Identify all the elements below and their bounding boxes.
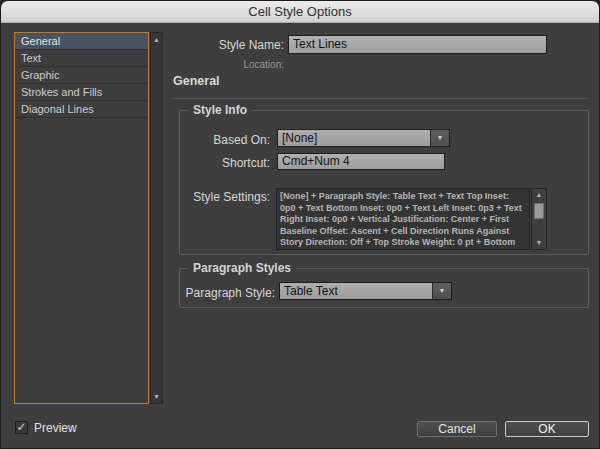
chevron-down-icon[interactable]: ▼ — [432, 283, 451, 299]
scroll-down-icon[interactable]: ▼ — [151, 390, 162, 403]
checkmark-icon: ✓ — [16, 420, 26, 434]
style-settings-scrollbar[interactable]: ▲ ▼ — [531, 188, 547, 250]
scroll-up-icon[interactable]: ▲ — [532, 189, 546, 201]
style-settings-label: Style Settings: — [180, 190, 270, 204]
style-name-input[interactable]: Text Lines — [288, 35, 547, 54]
sidebar-item-strokes-and-fills[interactable]: Strokes and Fills — [15, 84, 148, 101]
sidebar-item-label: Strokes and Fills — [21, 86, 102, 98]
based-on-label: Based On: — [180, 133, 270, 147]
style-info-legend: Style Info — [188, 103, 252, 117]
section-title: General — [173, 74, 220, 88]
paragraph-style-dropdown[interactable]: Table Text ▼ — [279, 282, 452, 300]
scrollbar-thumb[interactable] — [534, 203, 544, 219]
cell-style-options-dialog: Cell Style Options General Text Graphic … — [0, 0, 600, 449]
dialog-title: Cell Style Options — [248, 4, 351, 19]
title-bar[interactable]: Cell Style Options — [1, 1, 599, 23]
sidebar-item-label: Text — [21, 52, 41, 64]
preview-label: Preview — [34, 421, 77, 435]
sidebar-item-label: Diagonal Lines — [21, 103, 94, 115]
cancel-button[interactable]: Cancel — [417, 421, 497, 437]
sidebar-item-diagonal-lines[interactable]: Diagonal Lines — [15, 101, 148, 118]
style-info-group: Style Info Based On: [None] ▼ Shortcut: … — [179, 110, 589, 255]
shortcut-input[interactable]: Cmd+Num 4 — [277, 153, 445, 170]
location-label: Location: — [171, 59, 284, 70]
sidebar-item-graphic[interactable]: Graphic — [15, 67, 148, 84]
sidebar-scrollbar[interactable]: ▲ ▼ — [150, 32, 163, 404]
based-on-value: [None] — [278, 130, 430, 146]
shortcut-label: Shortcut: — [180, 156, 270, 170]
style-name-label: Style Name: — [171, 38, 284, 52]
style-settings-text[interactable]: [None] + Paragraph Style: Table Text + T… — [276, 188, 530, 250]
preview-checkbox[interactable]: ✓ — [15, 421, 28, 434]
sidebar-item-label: Graphic — [21, 69, 60, 81]
chevron-down-icon[interactable]: ▼ — [430, 130, 449, 146]
based-on-dropdown[interactable]: [None] ▼ — [277, 129, 450, 147]
paragraph-styles-legend: Paragraph Styles — [188, 261, 296, 275]
sidebar-item-label: General — [21, 35, 60, 47]
paragraph-style-value: Table Text — [280, 283, 432, 299]
paragraph-style-label: Paragraph Style: — [180, 286, 275, 300]
sidebar-item-text[interactable]: Text — [15, 50, 148, 67]
sidebar-item-general[interactable]: General — [15, 33, 148, 50]
scroll-up-icon[interactable]: ▲ — [151, 33, 162, 46]
scroll-down-icon[interactable]: ▼ — [532, 237, 546, 249]
paragraph-styles-group: Paragraph Styles Paragraph Style: Table … — [179, 268, 589, 308]
category-list: General Text Graphic Strokes and Fills D… — [14, 32, 149, 404]
ok-button[interactable]: OK — [505, 421, 589, 437]
section-separator — [171, 98, 589, 99]
